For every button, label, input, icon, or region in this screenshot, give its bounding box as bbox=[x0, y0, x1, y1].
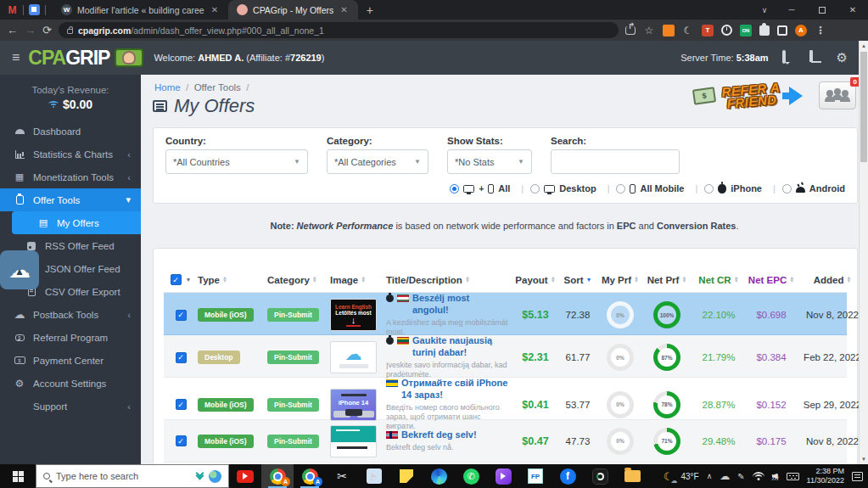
volume-icon[interactable]: ))) bbox=[772, 473, 779, 480]
column-header-category[interactable]: Category▲▼ bbox=[267, 275, 330, 285]
column-header-payout[interactable]: Payout▲▼ bbox=[513, 275, 557, 285]
offer-title[interactable]: Beszélj most angolul! bbox=[412, 293, 508, 317]
window-maximize-button[interactable] bbox=[807, 0, 837, 20]
bookmark-star-icon[interactable]: ☆ bbox=[643, 25, 655, 36]
scroll-up-icon[interactable]: ▲ bbox=[860, 41, 868, 51]
refer-a-friend[interactable]: REFER AFRIEND 0 bbox=[693, 81, 856, 109]
extensions-puzzle-icon[interactable] bbox=[759, 25, 770, 36]
table-row[interactable]: ✓ Desktop Pin-Submit Gaukite naujausią t… bbox=[164, 335, 847, 378]
radio-icon[interactable] bbox=[782, 184, 792, 194]
taskbar-obs[interactable] bbox=[584, 464, 616, 488]
search-input[interactable] bbox=[551, 149, 680, 174]
select-all-header[interactable]: ✓▼ bbox=[164, 274, 198, 285]
settings-gear-icon[interactable]: ⚙ bbox=[837, 50, 848, 65]
new-tab-button[interactable]: + bbox=[367, 3, 373, 17]
offer-title[interactable]: Bekreft deg selv! bbox=[401, 429, 477, 441]
sidebar-item-account-settings[interactable]: ⚙Account Settings bbox=[0, 372, 141, 395]
start-button[interactable] bbox=[0, 464, 36, 488]
close-tab-icon[interactable]: ✕ bbox=[339, 5, 349, 14]
row-checkbox[interactable]: ✓ bbox=[176, 399, 187, 410]
cloud-download-overlay-button[interactable]: ☁ ▲ bbox=[0, 250, 39, 289]
hamburger-menu-icon[interactable]: ≡ bbox=[12, 50, 20, 65]
radio-icon[interactable] bbox=[530, 184, 540, 194]
taskbar-facebook[interactable]: f bbox=[552, 464, 584, 488]
pen-input-icon[interactable]: ✎ bbox=[737, 472, 744, 481]
device-option-desktop[interactable]: Desktop bbox=[530, 183, 609, 194]
close-tab-icon[interactable]: ✕ bbox=[210, 5, 220, 14]
window-minimize-button[interactable]: ─ bbox=[776, 0, 807, 20]
taskbar-sticky-notes[interactable] bbox=[390, 464, 423, 488]
column-header-image[interactable]: Image▲▼ bbox=[330, 275, 386, 285]
metamask-extension-icon[interactable] bbox=[663, 25, 675, 36]
address-bar[interactable]: cpagrip.com/admin/dash_offer_view.php#00… bbox=[59, 22, 619, 38]
table-row[interactable]: ✓ Mobile (iOS) Pin-Submit Learn EnglishL… bbox=[164, 293, 847, 335]
device-option-all[interactable]: +All bbox=[450, 183, 524, 194]
tab-cpagrip-active[interactable]: CPAGrip - My Offers ✕ bbox=[228, 0, 358, 20]
sidebar-extension-icon[interactable] bbox=[777, 25, 787, 36]
taskbar-touch-app[interactable]: ☞ bbox=[358, 464, 390, 488]
referrals-button[interactable]: 0 bbox=[819, 81, 856, 109]
notifications-bell-icon[interactable] bbox=[809, 52, 823, 64]
scrollbar-thumb[interactable] bbox=[860, 52, 867, 162]
temperature[interactable]: 43°F bbox=[680, 472, 698, 481]
tray-expand-icon[interactable]: ∧ bbox=[707, 472, 713, 480]
t-extension-icon[interactable]: T bbox=[702, 25, 714, 36]
darkreader-extension-icon[interactable]: ☾ bbox=[682, 25, 694, 36]
notification-center-icon[interactable] bbox=[852, 472, 863, 481]
sidebar-item-payment-center[interactable]: $Payment Center bbox=[0, 349, 141, 372]
breadcrumb-section[interactable]: Offer Tools bbox=[194, 82, 241, 93]
radio-icon[interactable] bbox=[616, 184, 625, 194]
sidebar-item-referral-program[interactable]: $Referral Program bbox=[0, 326, 141, 349]
radio-selected-icon[interactable] bbox=[450, 184, 459, 194]
back-icon[interactable]: ← bbox=[7, 24, 18, 36]
breadcrumb-home-link[interactable]: Home bbox=[154, 82, 181, 93]
device-option-iphone[interactable]: iPhone bbox=[704, 183, 776, 194]
tab-wordpress[interactable]: W Modifier l'article « building caree ✕ bbox=[53, 0, 228, 20]
taskbar-whatsapp[interactable]: ✆ bbox=[455, 464, 487, 488]
touch-keyboard-icon[interactable] bbox=[787, 473, 799, 480]
taskbar-fp-app[interactable]: FP bbox=[519, 464, 552, 488]
messages-icon[interactable] bbox=[782, 52, 796, 64]
onedrive-cloud-icon[interactable]: ☁ bbox=[720, 470, 730, 482]
lock-icon[interactable] bbox=[67, 29, 73, 34]
category-select[interactable]: *All Categories▼ bbox=[327, 149, 428, 174]
taskbar-file-explorer[interactable] bbox=[616, 464, 648, 488]
page-scrollbar[interactable]: ▲ ▼ bbox=[859, 41, 868, 464]
sidebar-item-support[interactable]: iSupport‹ bbox=[0, 395, 141, 418]
offer-title[interactable]: Отримайте свій iPhone 14 зараз! bbox=[401, 378, 508, 401]
offer-title[interactable]: Gaukite naujausią turinį dabar! bbox=[412, 335, 508, 359]
gmail-tab-icon[interactable]: M bbox=[7, 4, 18, 15]
window-close-button[interactable]: ✕ bbox=[837, 0, 868, 20]
row-checkbox[interactable]: ✓ bbox=[176, 352, 187, 363]
row-checkbox[interactable]: ✓ bbox=[176, 310, 187, 321]
column-header-sort[interactable]: Sort▼ bbox=[557, 275, 598, 285]
select-all-checkbox[interactable]: ✓ bbox=[171, 274, 182, 285]
column-header-my-prf[interactable]: My Prf▲▼ bbox=[598, 275, 642, 285]
clock-extension-icon[interactable] bbox=[721, 25, 732, 36]
pinned-tab-icon[interactable] bbox=[29, 4, 40, 15]
taskbar-edge[interactable] bbox=[423, 464, 455, 488]
country-select[interactable]: *All Countries▼ bbox=[165, 149, 308, 174]
radio-icon[interactable] bbox=[704, 184, 714, 194]
sidebar-item-offer-tools[interactable]: Offer Tools▾ bbox=[0, 188, 141, 211]
column-header-type[interactable]: Type▲▼ bbox=[198, 275, 267, 285]
taskbar-filmora[interactable] bbox=[487, 464, 519, 488]
taskbar-chrome-profile2[interactable]: A bbox=[294, 464, 326, 488]
taskbar-snipping-tool[interactable]: ✂ bbox=[326, 464, 358, 488]
sidebar-item-my-offers[interactable]: ▤My Offers bbox=[12, 211, 141, 234]
column-header-net-epc[interactable]: Net EPC▲▼ bbox=[746, 275, 797, 285]
column-header-net-cr[interactable]: Net CR▲▼ bbox=[692, 275, 746, 285]
weather-moon-icon[interactable]: ☾ bbox=[664, 470, 674, 483]
wifi-icon[interactable] bbox=[753, 472, 764, 480]
reload-icon[interactable]: ⟳ bbox=[42, 24, 52, 36]
profile-avatar[interactable]: A bbox=[795, 25, 807, 36]
sidebar-item-statistics[interactable]: Statistics & Charts‹ bbox=[0, 143, 141, 165]
show-stats-select[interactable]: *No Stats▼ bbox=[447, 149, 532, 174]
tab-search-chevron-icon[interactable]: ∨ bbox=[753, 0, 776, 20]
device-option-all-mobile[interactable]: All Mobile bbox=[616, 183, 697, 194]
sidebar-item-monetization[interactable]: ▦Monetization Tools‹ bbox=[0, 165, 141, 188]
sidebar-item-dashboard[interactable]: Dashboard bbox=[0, 120, 141, 143]
row-checkbox[interactable]: ✓ bbox=[176, 435, 187, 446]
table-row[interactable]: ✓ Mobile (iOS) Pin-Submit iPhone 14 Отри… bbox=[164, 378, 847, 420]
column-header-title[interactable]: Title/Description▲▼ bbox=[386, 275, 513, 285]
